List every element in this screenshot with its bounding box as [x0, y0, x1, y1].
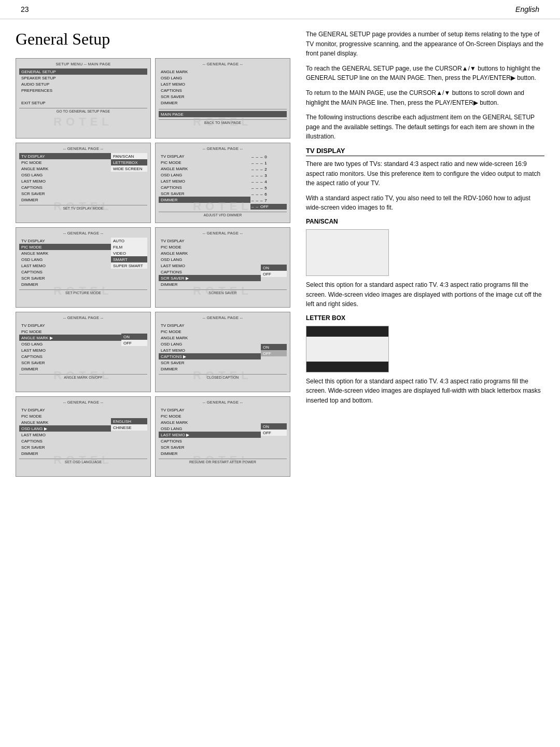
submenu-item: SUPER SMART — [111, 262, 147, 269]
screen8-footer: CLOSED CAPTION — [159, 374, 287, 379]
menu-item: SCR SAVER — [19, 275, 111, 281]
screen-tv-display: -- GENERAL PAGE -- TV DISPLAY PIC MODE A… — [16, 143, 151, 223]
screen-osd-lang: -- GENERAL PAGE -- TV DISPLAY PIC MODE A… — [16, 396, 151, 477]
menu-item: LAST MEMO — [159, 81, 287, 87]
menu-item: CAPTIONS — [19, 438, 111, 444]
menu-item: LAST MEMO — [159, 347, 261, 353]
screen1-menu: GENERAL SETUP SPEAKER SETUP AUDIO SETUP … — [19, 68, 147, 106]
menu-item: PIC MODE — [19, 413, 111, 419]
on-item: ON — [261, 344, 287, 350]
menu-item: DIMMER — [19, 366, 121, 372]
menu-item: SCR SAVER — [159, 190, 250, 197]
screen9-footer: SET OSD LANGUAGE — [19, 459, 147, 464]
screen5-submenu: AUTO FILM VIDEO SMART SUPER SMART — [111, 238, 147, 269]
pan-scan-p1: Select this option for a standard aspect… — [306, 280, 544, 309]
submenu-item: VIDEO — [111, 250, 147, 256]
screen4-footer: ADJUST VFD DIMMER — [159, 212, 287, 217]
screen7-menu-left: TV DISPLAY PIC MODE ANGLE MARK ▶ OSD LAN… — [19, 322, 121, 372]
letterbox-top-bar — [306, 326, 388, 337]
menu-item: DIMMER — [159, 450, 261, 457]
menu-item: CAPTIONS — [159, 269, 261, 275]
menu-item: PIC MODE — [159, 159, 250, 165]
right-column: The GENERAL SETUP page provides a number… — [301, 30, 544, 477]
screen4-content: TV DISPLAY PIC MODE ANGLE MARK OSD LANG … — [159, 153, 287, 210]
menu-item: LAST MEMO ▶ — [159, 432, 261, 438]
screen9-label: -- GENERAL PAGE -- — [19, 400, 147, 405]
screen-angle-mark: -- GENERAL PAGE -- TV DISPLAY PIC MODE A… — [16, 312, 151, 392]
menu-item: CAPTIONS — [159, 87, 287, 93]
menu-item: DIMMER — [19, 281, 111, 287]
screen-dimmer: -- GENERAL PAGE -- TV DISPLAY PIC MODE A… — [155, 143, 290, 223]
menu-item: LAST MEMO — [19, 347, 121, 353]
menu-item: OSD LANG — [159, 75, 287, 81]
menu-item: ANGLE MARK — [159, 335, 261, 341]
following-paragraph: The following instructions describe each… — [306, 113, 544, 142]
off-item: OFF — [261, 271, 287, 277]
pan-scan-image — [306, 229, 389, 276]
menu-item: LAST MEMO — [159, 262, 261, 269]
screen2-menu: ANGLE MARK OSD LANG LAST MEMO CAPTIONS S… — [159, 68, 287, 106]
letter-box-p1: Select this option for a standard aspect… — [306, 377, 544, 406]
menu-item: TV DISPLAY — [159, 322, 261, 328]
menu-item: DIMMER — [159, 281, 261, 287]
menu-item: TV DISPLAY — [19, 322, 121, 328]
menu-item: ANGLE MARK — [159, 250, 261, 256]
menu-item: SCR SAVER — [159, 93, 287, 100]
menu-item: DIMMER — [19, 450, 111, 457]
screen10-label: -- GENERAL PAGE -- — [159, 400, 287, 405]
menu-item: TV DISPLAY — [19, 407, 111, 413]
rotel-watermark: ROTEL — [16, 115, 150, 129]
menu-item: SPEAKER SETUP — [19, 75, 147, 81]
screen6-onoff: ON OFF — [261, 265, 287, 277]
menu-item: TV DISPLAY — [19, 153, 111, 159]
screen3-label: -- GENERAL PAGE -- — [19, 146, 147, 151]
menu-item: TV DISPLAY — [159, 153, 250, 159]
menu-item: CAPTIONS — [159, 184, 250, 190]
page-number: 23 — [21, 5, 29, 13]
menu-item: ANGLE MARK ▶ — [19, 335, 121, 341]
screen4-label: -- GENERAL PAGE -- — [159, 146, 287, 151]
menu-item: LAST MEMO — [19, 262, 111, 269]
pan-scan-label: PAN/SCAN — [306, 218, 544, 225]
menu-item: TV DISPLAY — [159, 407, 261, 413]
tv-display-p1: There are two types of TVs: standard 4:3… — [306, 159, 544, 188]
tv-display-heading: TV DISPLAY — [306, 147, 544, 156]
screen9-submenu-lang: ENGLISH CHINESE — [111, 418, 147, 431]
screen7-content: TV DISPLAY PIC MODE ANGLE MARK ▶ OSD LAN… — [19, 322, 147, 372]
screen2-footer: BACK TO MAIN PAGE — [159, 119, 287, 125]
menu-item: PIC MODE — [19, 328, 121, 335]
menu-item: ANGLE MARK — [19, 250, 111, 256]
menu-item: DIMMER — [159, 100, 287, 106]
screen10-content: TV DISPLAY PIC MODE ANGLE MARK OSD LANG … — [159, 407, 287, 457]
screen7-footer: ANGLE MARK ON/OFF — [19, 374, 147, 379]
menu-item: PIC MODE — [159, 413, 261, 419]
letter-box-label: LETTER BOX — [306, 314, 544, 322]
menu-item-mainpage: MAIN PAGE — [159, 111, 287, 117]
on-item: ON — [261, 265, 287, 271]
main-content: General Setup SETUP MENU -- MAIN PAGE GE… — [0, 19, 560, 487]
submenu-item-active: SMART — [111, 256, 147, 262]
submenu-lang-item-active: ENGLISH — [111, 418, 147, 424]
menu-item: ANGLE MARK — [19, 419, 111, 425]
screen4-dimmer-values: –––0 –––1 –––2 –––3 –––4 –––5 –––6 –––7 … — [250, 153, 287, 210]
screen-general-basic: -- GENERAL PAGE -- ANGLE MARK OSD LANG L… — [155, 58, 290, 139]
menu-item: SCR SAVER ▶ — [159, 275, 261, 281]
menu-item: PIC MODE — [159, 244, 261, 250]
submenu-item: AUTO — [111, 238, 147, 244]
screen8-menu-left: TV DISPLAY PIC MODE ANGLE MARK OSD LANG … — [159, 322, 261, 372]
screen5-footer: SET PICTURE MODE — [19, 289, 147, 295]
menu-item: DIMMER — [159, 366, 261, 372]
page-header: 23 English — [0, 0, 560, 19]
screen3-menu-left: TV DISPLAY PIC MODE ANGLE MARK OSD LANG … — [19, 153, 111, 203]
menu-item: PIC MODE — [159, 328, 261, 335]
menu-item: CAPTIONS — [19, 353, 121, 359]
menu-item: OSD LANG — [19, 341, 121, 347]
screen-scr-saver: -- GENERAL PAGE -- TV DISPLAY PIC MODE A… — [155, 227, 290, 308]
menu-item: ANGLE MARK — [159, 68, 287, 75]
screen5-label: -- GENERAL PAGE -- — [19, 231, 147, 236]
left-column: General Setup SETUP MENU -- MAIN PAGE GE… — [16, 30, 290, 477]
menu-item: PREFERENCES — [19, 87, 147, 93]
menu-item: CAPTIONS — [19, 184, 111, 190]
menu-item: CAPTIONS ▶ — [159, 353, 261, 359]
menu-item: TV DISPLAY — [159, 238, 261, 244]
